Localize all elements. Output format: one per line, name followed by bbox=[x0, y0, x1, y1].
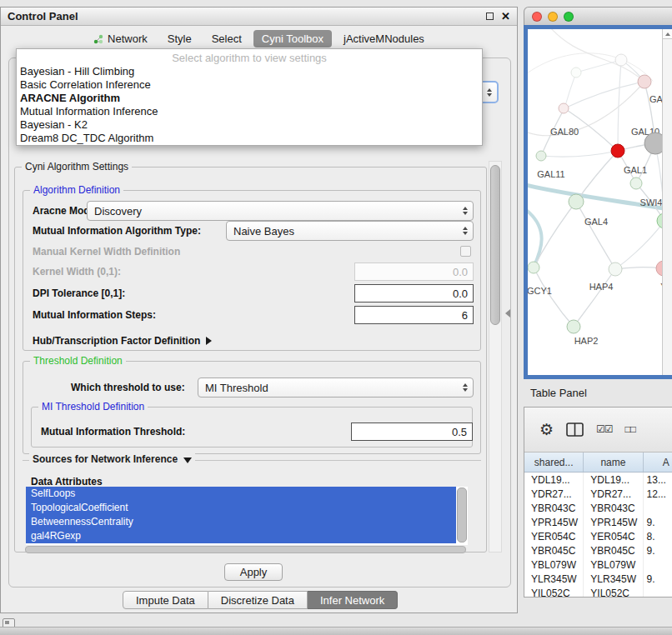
gear-icon[interactable]: ⚙ bbox=[539, 422, 554, 438]
network-tab-icon bbox=[93, 34, 103, 44]
algorithm-option[interactable]: Mutual Information Inference bbox=[17, 105, 482, 118]
cell: YBR045C bbox=[584, 543, 643, 558]
minimize-traffic-light[interactable] bbox=[548, 12, 558, 22]
network-node[interactable]: GAL1 bbox=[624, 165, 647, 189]
tab-discretize-data[interactable]: Discretize Data bbox=[208, 591, 308, 609]
tab-infer-network[interactable]: Infer Network bbox=[308, 591, 398, 609]
columns-icon[interactable] bbox=[566, 422, 584, 437]
zoom-traffic-light[interactable] bbox=[564, 12, 574, 22]
expanded-arrow-icon bbox=[183, 458, 192, 463]
table-row[interactable]: YBL079W YBL079W bbox=[524, 558, 672, 572]
algorithm-option[interactable]: Bayesian - Hill Climbing bbox=[17, 65, 482, 78]
scroll-up-arrow-icon[interactable] bbox=[663, 29, 672, 39]
svg-text:HAP2: HAP2 bbox=[574, 336, 599, 346]
network-node[interactable]: HAP4 bbox=[589, 262, 622, 292]
mi-threshold-field[interactable]: 0.5 bbox=[351, 422, 473, 441]
combo-arrows-icon bbox=[487, 88, 492, 97]
table-row[interactable]: YIL052C YIL052C bbox=[524, 586, 672, 598]
cell: 12... bbox=[644, 487, 672, 501]
float-window-icon[interactable] bbox=[486, 12, 494, 20]
cell: YPR145W bbox=[524, 515, 584, 529]
tab-label: Cyni Toolbox bbox=[262, 32, 323, 45]
network-node[interactable]: Y bbox=[656, 261, 662, 292]
network-vertical-scrollbar[interactable] bbox=[662, 29, 672, 375]
attributes-list-vertical-scrollbar[interactable] bbox=[457, 488, 467, 542]
attribute-item-selected[interactable]: TopologicalCoefficient bbox=[26, 501, 456, 515]
network-node[interactable]: GAL80 bbox=[550, 103, 579, 137]
kernel-width-field: 0.0 bbox=[354, 262, 474, 281]
mi-steps-field[interactable]: 6 bbox=[354, 306, 474, 324]
tab-impute-data[interactable]: Impute Data bbox=[123, 591, 208, 609]
network-graph: GAL GAL80 bbox=[528, 29, 662, 375]
settings-scrollbar-thumb[interactable] bbox=[490, 165, 500, 325]
network-node[interactable] bbox=[615, 54, 627, 66]
tab-style[interactable]: Style bbox=[159, 30, 200, 48]
tab-label: Select bbox=[212, 32, 242, 45]
column-header-third[interactable]: A bbox=[644, 452, 672, 472]
network-window-titlebar[interactable] bbox=[524, 7, 672, 25]
splitter-handle[interactable] bbox=[502, 306, 514, 321]
algorithm-dropdown-popup: Select algorithm to view settings Bayesi… bbox=[16, 48, 483, 146]
cell: YDR27... bbox=[524, 487, 584, 501]
mi-type-combobox[interactable]: Naive Bayes bbox=[226, 221, 474, 241]
algorithm-option[interactable]: Dream8 DC_TDC Algorithm bbox=[17, 132, 482, 145]
network-node[interactable]: GAL11 bbox=[536, 151, 565, 179]
which-threshold-combobox[interactable]: MI Threshold bbox=[198, 378, 474, 398]
network-node[interactable] bbox=[644, 132, 662, 154]
control-panel-titlebar[interactable]: Control Panel ✕ bbox=[1, 8, 517, 26]
group-title: Cyni Algorithm Settings bbox=[22, 161, 132, 172]
control-panel-tabbar: Network Style Select Cyni Toolbox jActiv… bbox=[1, 30, 517, 48]
tab-network[interactable]: Network bbox=[85, 30, 156, 48]
dpi-tolerance-field[interactable]: 0.0 bbox=[354, 284, 474, 302]
close-icon[interactable]: ✕ bbox=[501, 12, 510, 22]
attribute-item-selected[interactable]: gal4RGexp bbox=[26, 529, 456, 543]
cell bbox=[644, 501, 672, 515]
svg-text:GCY1: GCY1 bbox=[528, 286, 552, 296]
table-panel-window: ⚙ ☑☑ □□ shared... name A YDL19... YDL19.… bbox=[524, 407, 672, 598]
table-row[interactable]: YER054C YER054C 8. bbox=[524, 529, 672, 543]
tab-cyni-toolbox[interactable]: Cyni Toolbox bbox=[253, 30, 332, 48]
sources-toggle[interactable]: Sources for Network Inference bbox=[29, 453, 195, 465]
apply-button[interactable]: Apply bbox=[224, 563, 283, 581]
table-row[interactable]: YPR145W YPR145W 9. bbox=[524, 515, 672, 529]
cell: YLR345W bbox=[584, 572, 643, 586]
cell: 13... bbox=[644, 472, 672, 487]
table-row[interactable]: YDL19... YDL19... 13... bbox=[524, 472, 672, 487]
network-node[interactable]: HAP2 bbox=[567, 320, 598, 346]
table-header-row: shared... name A bbox=[524, 452, 672, 472]
algorithm-option[interactable]: Basic Correlation Inference bbox=[17, 78, 482, 92]
table-row[interactable]: YLR345W YLR345W 9. bbox=[524, 572, 672, 586]
algorithm-option[interactable]: Bayesian - K2 bbox=[17, 118, 482, 132]
svg-text:GAL1: GAL1 bbox=[624, 165, 647, 175]
network-canvas[interactable]: GAL GAL80 bbox=[528, 29, 672, 375]
window-bottom-edge bbox=[0, 627, 672, 635]
table-row[interactable]: YBR045C YBR045C 9. bbox=[524, 543, 672, 558]
network-node[interactable]: GAL bbox=[638, 75, 662, 104]
algorithm-option-selected[interactable]: ARACNE Algorithm bbox=[17, 92, 482, 105]
table-row[interactable]: YBR043C YBR043C bbox=[524, 501, 672, 515]
close-traffic-light[interactable] bbox=[532, 12, 542, 22]
column-header-shared-name[interactable]: shared... bbox=[524, 452, 584, 472]
select-all-checkboxes-icon[interactable]: ☑☑ bbox=[596, 422, 613, 438]
tab-label: Style bbox=[168, 32, 192, 45]
deselect-all-checkboxes-icon[interactable]: □□ bbox=[625, 422, 636, 438]
desktop: Control Panel ✕ Network Style Select Cyn… bbox=[0, 0, 672, 635]
settings-scrollbar-track[interactable] bbox=[489, 161, 502, 552]
attribute-item-selected[interactable]: SelfLoops bbox=[26, 487, 456, 501]
cell: 9. bbox=[644, 515, 672, 529]
kernel-width-label: Kernel Width (0,1): bbox=[33, 262, 121, 282]
attributes-list-horizontal-scrollbar[interactable] bbox=[25, 546, 466, 553]
combobox-value: Naive Bayes bbox=[233, 225, 294, 238]
cell: YDR27... bbox=[584, 487, 643, 501]
cell: YPR145W bbox=[584, 515, 643, 529]
tab-select[interactable]: Select bbox=[203, 30, 250, 48]
hub-definition-toggle[interactable]: Hub/Transcription Factor Definition bbox=[33, 331, 212, 351]
network-node[interactable] bbox=[571, 68, 581, 78]
aracne-mode-combobox[interactable]: Discovery bbox=[87, 201, 474, 221]
table-row[interactable]: YDR27... YDR27... 12... bbox=[524, 487, 672, 501]
attribute-item-selected[interactable]: BetweennessCentrality bbox=[26, 515, 456, 529]
tab-jactivemnodules[interactable]: jActiveMNodules bbox=[335, 30, 433, 48]
column-header-name[interactable]: name bbox=[584, 452, 643, 472]
svg-text:GAL80: GAL80 bbox=[550, 127, 579, 137]
table-panel-title: Table Panel bbox=[530, 387, 587, 399]
